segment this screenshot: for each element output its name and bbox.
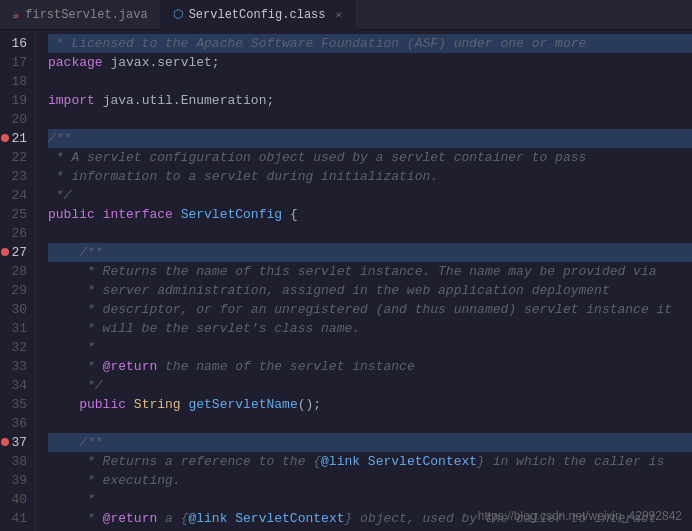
- watermark: https://blog.csdn.net/weixin_42992842: [478, 509, 682, 523]
- line-number-23: 23: [0, 167, 35, 186]
- line-number-37: 37: [0, 433, 35, 452]
- line-number-29: 29: [0, 281, 35, 300]
- line-number-19: 19: [0, 91, 35, 110]
- code-line-28: * Returns the name of this servlet insta…: [48, 262, 692, 281]
- line-number-16: 16: [0, 34, 35, 53]
- line-number-31: 31: [0, 319, 35, 338]
- code-line-33: * @return the name of the servlet instan…: [48, 357, 692, 376]
- line-number-26: 26: [0, 224, 35, 243]
- close-icon[interactable]: ✕: [335, 8, 342, 21]
- line-number-30: 30: [0, 300, 35, 319]
- code-line-34: */: [48, 376, 692, 395]
- breakpoint-dot: [1, 438, 9, 446]
- code-line-17: package javax.servlet;: [48, 53, 692, 72]
- code-line-19: import java.util.Enumeration;: [48, 91, 692, 110]
- line-number-38: 38: [0, 452, 35, 471]
- breakpoint-dot: [1, 248, 9, 256]
- tab-label-servlet-config: ServletConfig.class: [189, 8, 326, 22]
- tab-label-first-servlet: firstServlet.java: [25, 8, 147, 22]
- code-line-22: * A servlet configuration object used by…: [48, 148, 692, 167]
- code-line-30: * descriptor, or for an unregistered (an…: [48, 300, 692, 319]
- line-number-36: 36: [0, 414, 35, 433]
- line-number-35: 35: [0, 395, 35, 414]
- code-line-25: public interface ServletConfig {: [48, 205, 692, 224]
- class-icon: ⬡: [173, 7, 183, 22]
- line-number-27: 27: [0, 243, 35, 262]
- code-area: 1617181920212223242526272829303132333435…: [0, 30, 692, 531]
- code-line-36: [48, 414, 692, 433]
- code-line-40: *: [48, 490, 692, 509]
- line-number-21: 21: [0, 129, 35, 148]
- code-line-16: * Licensed to the Apache Software Founda…: [48, 34, 692, 53]
- line-number-22: 22: [0, 148, 35, 167]
- line-number-25: 25: [0, 205, 35, 224]
- tab-first-servlet[interactable]: ☕ firstServlet.java: [0, 0, 161, 29]
- line-number-34: 34: [0, 376, 35, 395]
- line-number-24: 24: [0, 186, 35, 205]
- tab-bar: ☕ firstServlet.java ⬡ ServletConfig.clas…: [0, 0, 692, 30]
- line-number-18: 18: [0, 72, 35, 91]
- code-line-31: * will be the servlet's class name.: [48, 319, 692, 338]
- line-number-32: 32: [0, 338, 35, 357]
- code-line-39: * executing.: [48, 471, 692, 490]
- code-line-23: * information to a servlet during initia…: [48, 167, 692, 186]
- code-line-18: [48, 72, 692, 91]
- code-line-21: /**: [48, 129, 692, 148]
- line-number-39: 39: [0, 471, 35, 490]
- line-number-20: 20: [0, 110, 35, 129]
- code-line-20: [48, 110, 692, 129]
- code-line-38: * Returns a reference to the {@link Serv…: [48, 452, 692, 471]
- code-line-27: /**: [48, 243, 692, 262]
- code-line-29: * server administration, assigned in the…: [48, 281, 692, 300]
- line-number-28: 28: [0, 262, 35, 281]
- code-line-37: /**: [48, 433, 692, 452]
- code-line-32: *: [48, 338, 692, 357]
- code-content[interactable]: * Licensed to the Apache Software Founda…: [36, 30, 692, 531]
- tab-servlet-config[interactable]: ⬡ ServletConfig.class ✕: [161, 0, 355, 29]
- line-number-41: 41: [0, 509, 35, 528]
- code-line-35: public String getServletName();: [48, 395, 692, 414]
- editor-container: ☕ firstServlet.java ⬡ ServletConfig.clas…: [0, 0, 692, 531]
- line-number-33: 33: [0, 357, 35, 376]
- breakpoint-dot: [1, 134, 9, 142]
- code-line-24: */: [48, 186, 692, 205]
- java-icon: ☕: [12, 7, 19, 22]
- line-number-40: 40: [0, 490, 35, 509]
- code-line-26: [48, 224, 692, 243]
- line-numbers: 1617181920212223242526272829303132333435…: [0, 30, 36, 531]
- line-number-17: 17: [0, 53, 35, 72]
